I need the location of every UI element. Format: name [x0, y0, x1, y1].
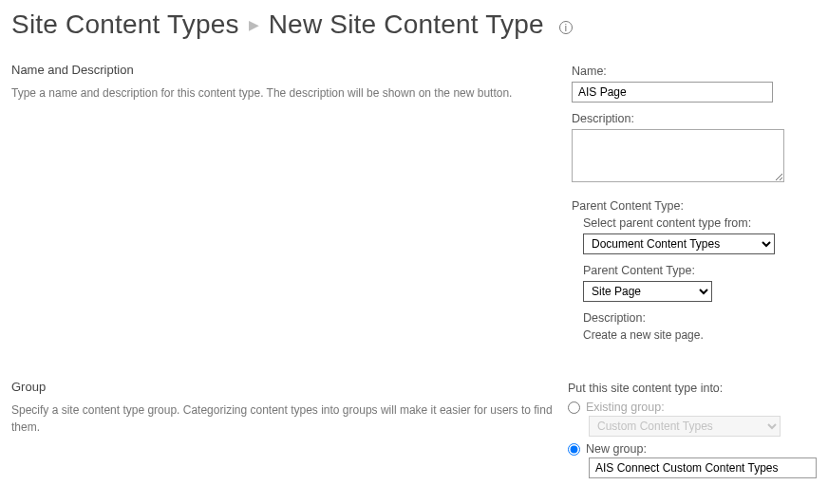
parent-from-select[interactable]: Document Content Types	[583, 233, 775, 254]
breadcrumb-root-link[interactable]: Site Content Types	[11, 9, 239, 40]
breadcrumb: Site Content Types ▶ New Site Content Ty…	[11, 9, 817, 40]
existing-group-radio-row[interactable]: Existing group:	[568, 401, 817, 414]
section-title: Name and Description	[11, 63, 556, 77]
new-group-field[interactable]	[589, 457, 817, 478]
parent-desc-label: Description:	[583, 311, 817, 325]
existing-group-label: Existing group:	[586, 401, 665, 414]
page-title: New Site Content Type	[269, 9, 544, 40]
name-field[interactable]	[572, 82, 773, 103]
new-group-radio-row[interactable]: New group:	[568, 442, 817, 456]
group-heading: Put this site content type into:	[568, 382, 817, 395]
section-name-description: Name and Description Type a name and des…	[11, 63, 817, 351]
section-title: Group	[11, 380, 553, 394]
parent-desc-text: Create a new site page.	[583, 328, 817, 342]
parent-type-select[interactable]: Site Page	[583, 281, 712, 302]
name-label: Name:	[572, 65, 817, 78]
section-desc: Type a name and description for this con…	[11, 84, 556, 102]
parent-type-label: Parent Content Type:	[583, 264, 817, 277]
new-group-label: New group:	[586, 442, 647, 456]
section-desc: Specify a site content type group. Categ…	[11, 401, 553, 436]
parent-from-label: Select parent content type from:	[583, 216, 817, 230]
description-label: Description:	[572, 112, 817, 125]
existing-group-radio[interactable]	[568, 401, 580, 414]
description-field[interactable]	[572, 129, 784, 182]
section-group: Group Specify a site content type group.…	[11, 380, 817, 482]
parent-heading: Parent Content Type:	[572, 199, 817, 213]
info-icon[interactable]: i	[559, 21, 573, 34]
new-group-radio[interactable]	[568, 443, 580, 456]
chevron-right-icon: ▶	[249, 17, 259, 32]
existing-group-select: Custom Content Types	[589, 416, 781, 437]
